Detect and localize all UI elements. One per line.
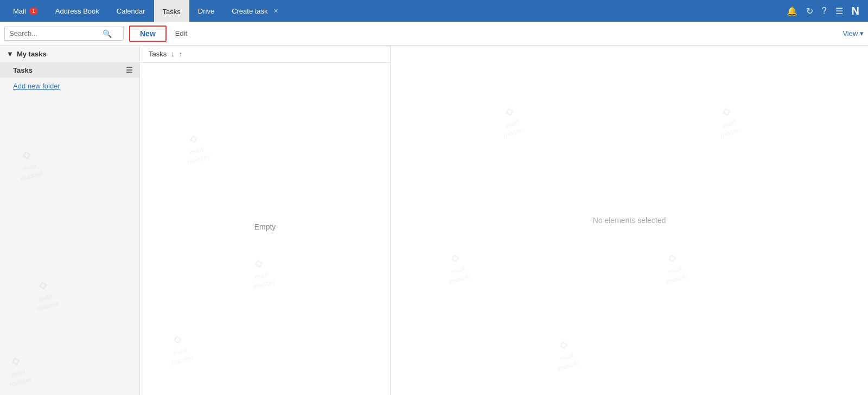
- tab-addressbook[interactable]: Address Book: [47, 0, 108, 22]
- search-button[interactable]: 🔍: [101, 29, 113, 38]
- tab-drive[interactable]: Drive: [189, 0, 223, 22]
- task-column-label: Tasks: [149, 50, 167, 58]
- new-button[interactable]: New: [129, 26, 167, 42]
- main-area: ⬦ mailmaster ⬦ mailmaster ⬦ mailmaster ▼…: [0, 46, 868, 395]
- view-button[interactable]: View ▾: [843, 29, 864, 37]
- sidebar-item-tasks[interactable]: Tasks ☰: [0, 62, 139, 78]
- tasks-item-label: Tasks: [13, 66, 33, 74]
- sort-desc-icon[interactable]: ↓: [171, 50, 175, 58]
- close-tab-icon[interactable]: ✕: [273, 8, 278, 15]
- search-box[interactable]: 🔍: [4, 27, 124, 41]
- my-tasks-section[interactable]: ▼ My tasks: [0, 46, 139, 62]
- tab-createtask[interactable]: Create task ✕: [223, 0, 286, 22]
- tab-calendar-label: Calendar: [117, 7, 145, 15]
- tasks-menu-icon[interactable]: ☰: [126, 66, 133, 74]
- tab-createtask-label: Create task: [232, 7, 267, 15]
- search-input[interactable]: [9, 29, 101, 37]
- tab-tasks-label: Tasks: [163, 8, 181, 16]
- topbar-actions: 🔔 ↻ ? ☰ N: [787, 5, 864, 17]
- detail-panel: ⬦ mailmaster ⬦ mailmaster ⬦ mailmaster ⬦…: [391, 46, 868, 395]
- tab-calendar[interactable]: Calendar: [108, 0, 154, 22]
- add-folder-link[interactable]: Add new folder: [0, 78, 139, 94]
- expand-icon: ▼: [7, 50, 14, 58]
- tab-drive-label: Drive: [198, 7, 214, 15]
- task-list-panel: ⬦ mailmaster ⬦ mailmaster ⬦ mailmaster T…: [140, 46, 391, 395]
- tab-addressbook-label: Address Book: [55, 7, 99, 15]
- refresh-icon[interactable]: ↻: [806, 6, 813, 16]
- app-logo[interactable]: N: [852, 5, 859, 17]
- bell-icon[interactable]: 🔔: [787, 6, 797, 16]
- mail-badge: 1: [29, 8, 38, 15]
- edit-button[interactable]: Edit: [169, 27, 194, 40]
- task-empty-label: Empty: [140, 63, 390, 391]
- my-tasks-label: My tasks: [17, 50, 47, 58]
- sidebar: ⬦ mailmaster ⬦ mailmaster ⬦ mailmaster ▼…: [0, 46, 140, 395]
- menu-icon[interactable]: ☰: [835, 6, 843, 16]
- task-list-header: Tasks ↓ ↑: [140, 46, 390, 63]
- no-selection-text: No elements selected: [593, 216, 666, 225]
- tab-tasks[interactable]: Tasks: [154, 0, 189, 22]
- tab-mail[interactable]: Mail 1: [4, 0, 47, 22]
- help-icon[interactable]: ?: [822, 6, 827, 16]
- topbar: Mail 1 Address Book Calendar Tasks Drive…: [0, 0, 868, 22]
- sort-asc-icon[interactable]: ↑: [179, 50, 183, 58]
- tab-mail-label: Mail: [13, 7, 26, 15]
- toolbar: 🔍 New Edit View ▾: [0, 22, 868, 46]
